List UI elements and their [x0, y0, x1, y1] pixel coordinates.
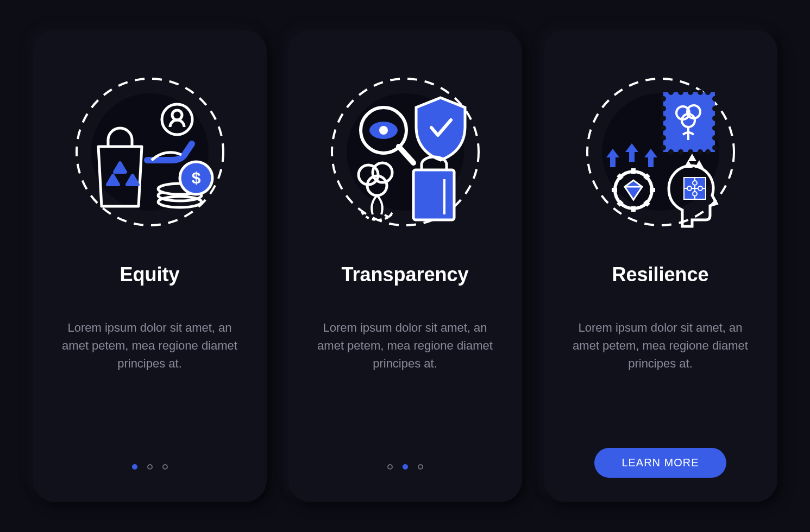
svg-point-25 — [661, 116, 666, 121]
svg-text:$: $ — [191, 169, 200, 187]
svg-point-44 — [705, 149, 711, 155]
svg-point-32 — [712, 125, 718, 131]
svg-line-55 — [645, 201, 649, 205]
page-indicator — [132, 464, 168, 470]
svg-point-28 — [661, 145, 666, 150]
svg-rect-18 — [413, 170, 454, 220]
svg-point-33 — [712, 135, 718, 141]
page-indicator — [387, 464, 423, 470]
svg-point-41 — [678, 149, 683, 155]
card-title: Transparency — [341, 263, 468, 286]
svg-point-38 — [698, 90, 703, 95]
svg-point-27 — [661, 135, 666, 141]
card-title: Resilience — [612, 263, 708, 286]
svg-point-43 — [698, 149, 703, 155]
card-body: Lorem ipsum dolor sit amet, an amet pete… — [58, 319, 242, 372]
transparency-illustration — [326, 73, 484, 231]
onboarding-card-1: $ Equity Lorem ipsum dolor sit amet, an … — [33, 30, 267, 502]
svg-point-65 — [698, 186, 702, 191]
svg-line-56 — [618, 201, 622, 205]
card-title: Equity — [120, 263, 179, 286]
svg-point-66 — [693, 192, 697, 196]
svg-point-23 — [661, 96, 666, 102]
svg-point-35 — [668, 90, 674, 95]
svg-point-26 — [661, 125, 666, 131]
svg-point-24 — [661, 106, 666, 111]
dot-2[interactable] — [403, 464, 408, 470]
dot-3[interactable] — [418, 464, 423, 470]
svg-point-63 — [693, 181, 697, 185]
learn-more-button[interactable]: LEARN MORE — [594, 448, 726, 478]
svg-point-34 — [712, 145, 718, 150]
onboarding-card-2: Transparency Lorem ipsum dolor sit amet,… — [288, 30, 522, 502]
resilience-illustration — [582, 73, 739, 231]
svg-line-57 — [645, 175, 649, 179]
svg-point-42 — [688, 149, 693, 155]
dot-1[interactable] — [132, 464, 137, 470]
card-body: Lorem ipsum dolor sit amet, an amet pete… — [568, 319, 753, 372]
svg-point-30 — [712, 106, 718, 111]
svg-point-37 — [688, 90, 693, 95]
svg-point-31 — [712, 116, 718, 121]
svg-point-40 — [668, 149, 674, 155]
svg-point-39 — [705, 90, 711, 95]
svg-rect-22 — [663, 92, 715, 152]
dot-3[interactable] — [162, 464, 168, 470]
equity-illustration: $ — [71, 73, 229, 231]
svg-point-29 — [712, 96, 718, 102]
svg-point-64 — [687, 186, 692, 191]
dot-2[interactable] — [147, 464, 153, 470]
svg-point-36 — [678, 90, 683, 95]
onboarding-card-3: Resilience Lorem ipsum dolor sit amet, a… — [544, 30, 777, 502]
card-body: Lorem ipsum dolor sit amet, an amet pete… — [313, 319, 498, 372]
svg-line-54 — [618, 175, 622, 179]
dot-1[interactable] — [387, 464, 393, 470]
svg-point-14 — [379, 126, 388, 135]
